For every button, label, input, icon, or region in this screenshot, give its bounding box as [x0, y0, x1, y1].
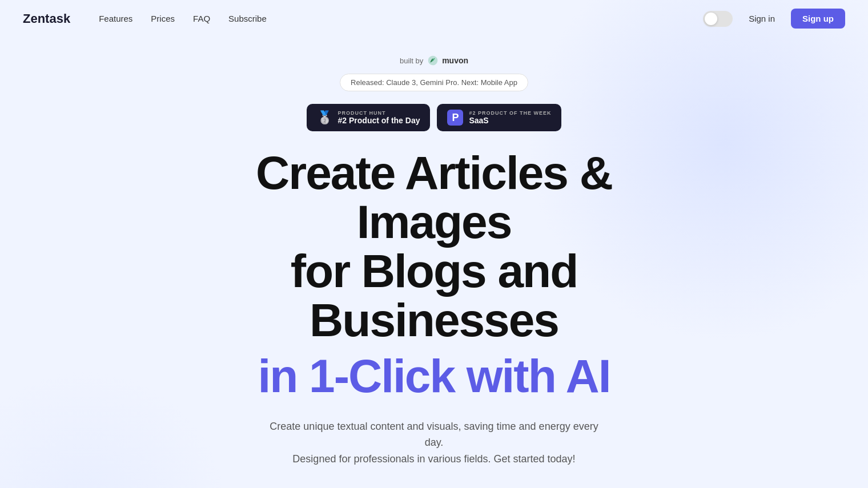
signin-button[interactable]: Sign in — [742, 9, 782, 28]
badge-saas-label: #2 PRODUCT OF THE WEEK — [469, 110, 551, 116]
badge-ph-title: #2 Product of the Day — [338, 116, 420, 125]
badge-saas: P #2 PRODUCT OF THE WEEK SaaS — [437, 104, 561, 131]
badge-ph-label: PRODUCT HUNT — [338, 110, 420, 116]
badge-ph-content: PRODUCT HUNT #2 Product of the Day — [338, 110, 420, 125]
nav-subscribe[interactable]: Subscribe — [228, 14, 267, 23]
nav-features[interactable]: Features — [99, 14, 132, 23]
badge-ph-icon: 🥈 — [317, 110, 332, 125]
navbar: Zentask Features Prices FAQ Subscribe Si… — [0, 0, 868, 37]
badge-saas-title: SaaS — [469, 116, 551, 125]
hero-subtitle: Create unique textual content and visual… — [263, 418, 605, 467]
muvon-logo: muvon — [427, 54, 468, 67]
built-by: built by muvon — [400, 54, 468, 67]
release-badge: Released: Claude 3, Gemini Pro. Next: Mo… — [340, 74, 528, 91]
award-badges: 🥈 PRODUCT HUNT #2 Product of the Day P #… — [307, 104, 562, 131]
muvon-icon — [427, 54, 439, 67]
release-text: Released: Claude 3, Gemini Pro. Next: Mo… — [351, 78, 517, 87]
nav-links: Features Prices FAQ Subscribe — [99, 14, 703, 23]
nav-faq[interactable]: FAQ — [193, 14, 210, 23]
theme-toggle[interactable] — [703, 11, 733, 27]
badge-product-hunt: 🥈 PRODUCT HUNT #2 Product of the Day — [307, 104, 431, 131]
signup-button[interactable]: Sign up — [791, 9, 845, 29]
built-by-text: built by — [400, 57, 423, 65]
badge-saas-icon: P — [447, 110, 463, 126]
hero-title-accent: in 1-Click with AI — [258, 350, 610, 402]
nav-prices[interactable]: Prices — [151, 14, 175, 23]
hero-title-line1: Create Articles & Images for Blogs and B… — [177, 148, 691, 345]
nav-right: Sign in Sign up — [703, 9, 845, 29]
main-content: built by muvon Released: Claude 3, Gemin… — [0, 37, 868, 488]
badge-saas-content: #2 PRODUCT OF THE WEEK SaaS — [469, 110, 551, 125]
logo[interactable]: Zentask — [23, 11, 70, 26]
muvon-brand: muvon — [442, 56, 468, 65]
